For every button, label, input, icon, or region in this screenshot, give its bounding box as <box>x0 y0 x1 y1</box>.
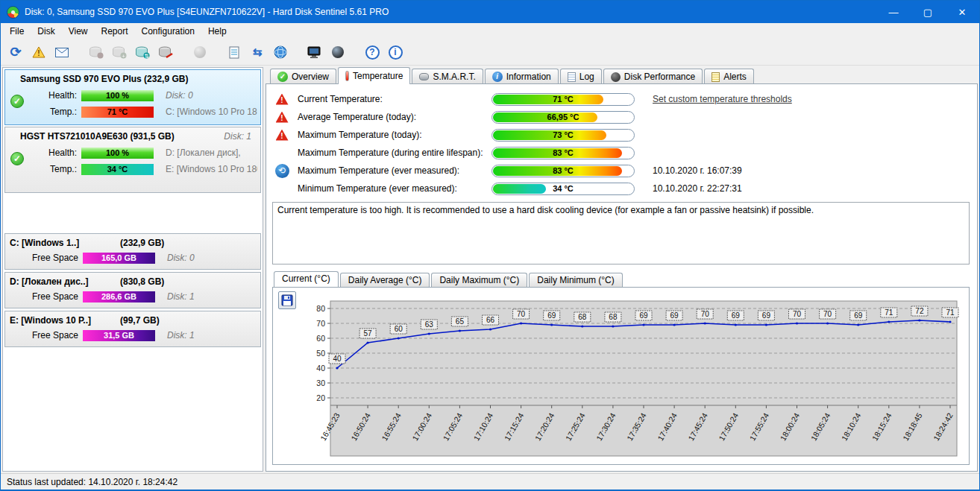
minimize-button[interactable]: — <box>876 1 911 23</box>
menu-help[interactable]: Help <box>201 24 233 39</box>
main-area: Samsung SSD 970 EVO Plus (232,9 GB) ✓ He… <box>1 66 979 473</box>
temperature-row-max-lifespan: Maximum Temperature (during entire lifes… <box>271 144 971 162</box>
tab-bar: ✓Overview Temperature S.M.A.R.T. iInform… <box>266 67 978 84</box>
menu-file[interactable]: File <box>3 24 31 39</box>
svg-text:69: 69 <box>732 311 741 320</box>
temperature-row-current: Current Temperature: 71 °C Set custom te… <box>271 90 971 108</box>
floppy-save-icon <box>281 294 293 306</box>
chart-tab-daily-minimum[interactable]: Daily Minimum (°C) <box>529 273 622 287</box>
warning-icon <box>276 130 289 141</box>
gauge-icon <box>611 72 621 82</box>
health-ok-icon: ✓ <box>10 95 24 108</box>
desktop-settings-button[interactable] <box>304 42 326 63</box>
tab-smart[interactable]: S.M.A.R.T. <box>412 69 483 84</box>
info-icon: i <box>389 45 403 60</box>
svg-text:66: 66 <box>486 316 495 324</box>
health-label: Health: <box>26 148 77 158</box>
free-space-label: Free Space <box>10 291 78 302</box>
temperature-gradient-bar: 66,95 °C <box>491 111 635 124</box>
temperature-advice-note: Current temperature is too high. It is r… <box>272 202 970 264</box>
tab-overview[interactable]: ✓Overview <box>270 69 336 84</box>
menu-view[interactable]: View <box>62 24 95 39</box>
save-chart-button[interactable] <box>278 291 296 309</box>
tab-information[interactable]: iInformation <box>485 69 559 84</box>
menu-bar: File Disk View Report Configuration Help <box>1 23 979 39</box>
svg-text:69: 69 <box>762 311 771 320</box>
temperature-bar: 34 °C <box>81 164 154 175</box>
network-button[interactable] <box>269 42 292 63</box>
svg-text:60: 60 <box>316 334 325 343</box>
disk-info-button[interactable] <box>85 42 107 63</box>
free-space-bar: 286,6 GB <box>83 291 155 302</box>
health-bar: 100 % <box>81 90 154 101</box>
close-button[interactable]: ✕ <box>945 1 979 23</box>
swap-arrows-icon: ⇆ <box>253 45 263 59</box>
disk-number: Disk: 1 <box>224 131 254 142</box>
svg-text:20: 20 <box>316 393 325 402</box>
sphere-button[interactable] <box>189 42 211 63</box>
window-controls: — ▢ ✕ <box>876 1 979 23</box>
temperature-gradient-bar: 34 °C <box>491 183 635 195</box>
health-label: Health: <box>26 90 77 101</box>
tab-log[interactable]: Log <box>560 69 602 84</box>
svg-text:80: 80 <box>316 304 325 313</box>
refresh-all-button[interactable]: ⇆ <box>246 42 268 63</box>
partition-panel-c[interactable]: C: [Windows 1..] (232,9 GB) Free Space 1… <box>4 233 261 270</box>
disk-sync-button[interactable]: ⇅ <box>131 42 154 63</box>
temperature-chart-panel: 2030405060708016:45:2316:50:2416:55:2417… <box>272 287 970 465</box>
refresh-button[interactable]: ⟳ <box>4 42 27 63</box>
disk-panel-samsung[interactable]: Samsung SSD 970 EVO Plus (232,9 GB) ✓ He… <box>4 69 261 125</box>
temp-label: Temp.: <box>26 164 77 174</box>
help-button[interactable]: ? <box>361 42 383 63</box>
tab-temperature[interactable]: Temperature <box>338 67 410 84</box>
svg-text:69: 69 <box>547 311 556 320</box>
temperature-gradient-bar: 73 °C <box>491 129 635 142</box>
surface-test-button[interactable]: ! <box>28 42 50 63</box>
chart-tab-daily-maximum[interactable]: Daily Maximum (°C) <box>431 273 527 287</box>
status-text: Status last updated: 14.10.2020 г. 18:24… <box>7 477 178 487</box>
warning-triangle-icon: ! <box>32 46 45 58</box>
svg-text:70: 70 <box>823 310 832 318</box>
warning-icon <box>276 112 289 123</box>
svg-text:69: 69 <box>854 311 863 320</box>
performance-button[interactable] <box>327 42 349 63</box>
hard-disk-icon <box>89 46 104 59</box>
tab-alerts[interactable]: Alerts <box>704 69 754 84</box>
disk-remove-button[interactable] <box>154 42 177 63</box>
status-bar: Status last updated: 14.10.2020 г. 18:24… <box>1 473 979 490</box>
tab-disk-performance[interactable]: Disk Performance <box>603 69 703 84</box>
temp-label: Temp.: <box>26 107 77 117</box>
history-icon: ⟲ <box>275 164 289 178</box>
report-button[interactable] <box>223 42 245 63</box>
svg-text:70: 70 <box>701 310 710 318</box>
svg-text:70: 70 <box>517 310 526 318</box>
svg-text:60: 60 <box>395 325 403 333</box>
svg-text:71: 71 <box>946 308 955 317</box>
chart-tab-current[interactable]: Current (°C) <box>274 271 339 287</box>
partition-name: C: [Windows 1..] <box>10 238 120 248</box>
partition-panel-e[interactable]: E: [Windows 10 P..] (99,7 GB) Free Space… <box>4 311 261 347</box>
send-report-button[interactable] <box>51 42 73 63</box>
disk-panel-hgst[interactable]: HGST HTS721010A9E630 (931,5 GB)Disk: 1 ✓… <box>4 127 261 193</box>
svg-text:72: 72 <box>915 307 924 315</box>
title-bar: Disk: 0, Samsung SSD 970 EVO Plus [S4EUN… <box>1 1 979 23</box>
monitor-icon <box>307 46 322 59</box>
globe-icon <box>274 45 287 59</box>
svg-text:69: 69 <box>670 311 679 320</box>
disk-add-button[interactable]: + <box>108 42 131 63</box>
disk-chip-icon <box>419 73 429 80</box>
about-button[interactable]: i <box>384 42 406 63</box>
menu-configuration[interactable]: Configuration <box>135 24 201 39</box>
menu-disk[interactable]: Disk <box>31 24 61 39</box>
temperature-gradient-bar: 83 °C <box>491 147 635 159</box>
app-window: Disk: 0, Samsung SSD 970 EVO Plus [S4EUN… <box>0 0 980 491</box>
document-icon <box>229 46 239 59</box>
set-thresholds-link[interactable]: Set custom temperature thresholds <box>653 94 792 104</box>
svg-text:63: 63 <box>425 320 434 329</box>
partition-panel-d[interactable]: D: [Локален дис..] (830,8 GB) Free Space… <box>4 272 261 308</box>
maximize-button[interactable]: ▢ <box>911 1 945 23</box>
window-title: Disk: 0, Samsung SSD 970 EVO Plus [S4EUN… <box>25 7 389 17</box>
log-page-icon <box>568 72 576 82</box>
menu-report[interactable]: Report <box>94 24 134 39</box>
chart-tab-daily-average[interactable]: Daily Average (°C) <box>340 273 430 287</box>
